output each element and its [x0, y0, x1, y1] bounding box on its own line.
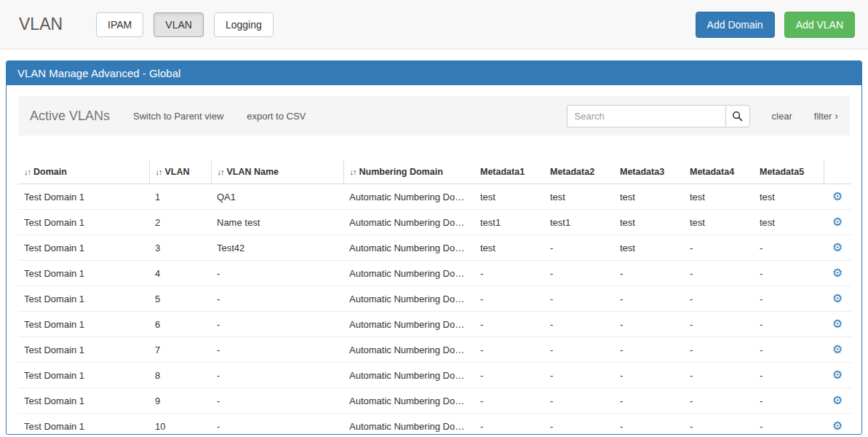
cell-metadata5: test: [754, 184, 824, 210]
export-to-csv-link[interactable]: export to CSV: [247, 111, 306, 122]
cell-vlan_name: -: [211, 337, 343, 363]
cell-metadata2: -: [544, 235, 614, 261]
table-head-row: ↓↑Domain↓↑VLAN↓↑VLAN Name↓↑Numbering Dom…: [18, 160, 851, 184]
cell-numbering_domain: Automatic Numbering Doma…: [343, 210, 474, 235]
cell-vlan_name: -: [211, 414, 343, 436]
cell-metadata4: -: [684, 261, 754, 286]
cell-vlan: 3: [149, 235, 211, 261]
sort-arrows-icon: ↓↑: [24, 168, 31, 176]
search-input[interactable]: [567, 105, 725, 127]
cell-actions: ⚙: [824, 363, 851, 388]
cell-vlan: 2: [149, 210, 211, 235]
column-header-domain[interactable]: ↓↑Domain: [18, 160, 149, 184]
column-header-vlan[interactable]: ↓↑VLAN: [149, 160, 211, 184]
cell-metadata1: test1: [474, 210, 544, 235]
panel-body: Active VLANs Switch to Parent view expor…: [7, 85, 861, 435]
filter-link[interactable]: filter›: [814, 110, 838, 122]
cell-metadata2: -: [544, 414, 614, 436]
cell-domain: Test Domain 1: [18, 388, 149, 414]
column-header-metadata3: Metadata3: [614, 160, 684, 184]
menu-icon[interactable]: [329, 114, 332, 118]
cell-actions: ⚙: [824, 337, 851, 363]
add-vlan-button[interactable]: Add VLAN: [784, 12, 855, 38]
cell-domain: Test Domain 1: [18, 414, 149, 436]
cell-vlan_name: Name test: [211, 210, 343, 235]
vlan-table: ↓↑Domain↓↑VLAN↓↑VLAN Name↓↑Numbering Dom…: [18, 160, 851, 435]
cell-numbering_domain: Automatic Numbering Doma…: [343, 286, 474, 312]
nav-button-logging[interactable]: Logging: [214, 12, 274, 37]
cell-vlan: 8: [149, 363, 211, 388]
table-row: Test Domain 17-Automatic Numbering Doma……: [18, 337, 851, 363]
table-body: Test Domain 11QA1Automatic Numbering Dom…: [18, 184, 851, 436]
clear-link[interactable]: clear: [772, 111, 792, 122]
cell-metadata4: -: [684, 286, 754, 312]
cell-actions: ⚙: [824, 261, 851, 286]
cell-actions: ⚙: [824, 184, 851, 210]
table-row: Test Domain 14-Automatic Numbering Doma……: [18, 261, 851, 286]
row-settings-gear-icon[interactable]: ⚙: [832, 369, 843, 381]
cell-vlan: 1: [149, 184, 211, 210]
cell-metadata2: -: [544, 363, 614, 388]
row-settings-gear-icon[interactable]: ⚙: [832, 394, 843, 406]
cell-domain: Test Domain 1: [18, 337, 149, 363]
search-button[interactable]: [725, 105, 750, 127]
switch-to-parent-view-link[interactable]: Switch to Parent view: [133, 111, 223, 122]
column-header-vlan_name[interactable]: ↓↑VLAN Name: [211, 160, 343, 184]
cell-metadata3: test: [614, 235, 684, 261]
row-settings-gear-icon[interactable]: ⚙: [832, 190, 843, 202]
cell-metadata3: -: [614, 337, 684, 363]
cell-metadata1: -: [474, 261, 544, 286]
cell-metadata1: -: [474, 388, 544, 414]
cell-metadata3: -: [614, 286, 684, 312]
cell-numbering_domain: Automatic Numbering Doma…: [343, 414, 474, 436]
table-head: ↓↑Domain↓↑VLAN↓↑VLAN Name↓↑Numbering Dom…: [18, 160, 851, 184]
cell-metadata5: -: [754, 312, 824, 337]
table-row: Test Domain 12Name testAutomatic Numberi…: [18, 210, 851, 235]
table-row: Test Domain 16-Automatic Numbering Doma……: [18, 312, 851, 337]
cell-vlan_name: Test42: [211, 235, 343, 261]
panel-heading: VLAN Manage Advanced - Global: [7, 61, 861, 85]
row-settings-gear-icon[interactable]: ⚙: [832, 267, 843, 279]
column-header-metadata5: Metadata5: [754, 160, 824, 184]
search-group: [567, 105, 750, 127]
cell-vlan: 7: [149, 337, 211, 363]
row-settings-gear-icon[interactable]: ⚙: [832, 420, 843, 432]
cell-metadata3: -: [614, 388, 684, 414]
cell-metadata3: -: [614, 261, 684, 286]
column-header-metadata2: Metadata2: [544, 160, 614, 184]
cell-vlan_name: QA1: [211, 184, 343, 210]
cell-metadata4: -: [684, 388, 754, 414]
cell-domain: Test Domain 1: [18, 363, 149, 388]
column-header-metadata1: Metadata1: [474, 160, 544, 184]
top-navbar: VLAN IPAM VLAN Logging Add Domain Add VL…: [0, 0, 868, 50]
column-header-numbering_domain[interactable]: ↓↑Numbering Domain: [343, 160, 474, 184]
cell-numbering_domain: Automatic Numbering Doma…: [343, 388, 474, 414]
table-row: Test Domain 110-Automatic Numbering Doma…: [18, 414, 851, 436]
cell-vlan_name: -: [211, 363, 343, 388]
cell-metadata1: -: [474, 414, 544, 436]
row-settings-gear-icon[interactable]: ⚙: [832, 292, 843, 304]
cell-metadata3: test: [614, 184, 684, 210]
row-settings-gear-icon[interactable]: ⚙: [832, 318, 843, 330]
cell-metadata1: test: [474, 184, 544, 210]
cell-vlan_name: -: [211, 286, 343, 312]
cell-metadata2: -: [544, 337, 614, 363]
add-domain-button[interactable]: Add Domain: [696, 12, 775, 38]
cell-metadata5: -: [754, 286, 824, 312]
cell-metadata1: -: [474, 363, 544, 388]
row-settings-gear-icon[interactable]: ⚙: [832, 241, 843, 253]
cell-metadata5: test: [754, 210, 824, 235]
cell-actions: ⚙: [824, 286, 851, 312]
column-header-metadata4: Metadata4: [684, 160, 754, 184]
cell-numbering_domain: Automatic Numbering Doma…: [343, 184, 474, 210]
cell-numbering_domain: Automatic Numbering Doma…: [343, 337, 474, 363]
row-settings-gear-icon[interactable]: ⚙: [832, 216, 843, 228]
cell-metadata5: -: [754, 363, 824, 388]
row-settings-gear-icon[interactable]: ⚙: [832, 343, 843, 355]
cell-metadata4: -: [684, 414, 754, 436]
filter-link-label: filter: [814, 111, 832, 122]
cell-metadata2: -: [544, 286, 614, 312]
nav-button-vlan[interactable]: VLAN: [154, 12, 204, 37]
nav-button-ipam[interactable]: IPAM: [96, 12, 143, 37]
cell-metadata5: -: [754, 337, 824, 363]
